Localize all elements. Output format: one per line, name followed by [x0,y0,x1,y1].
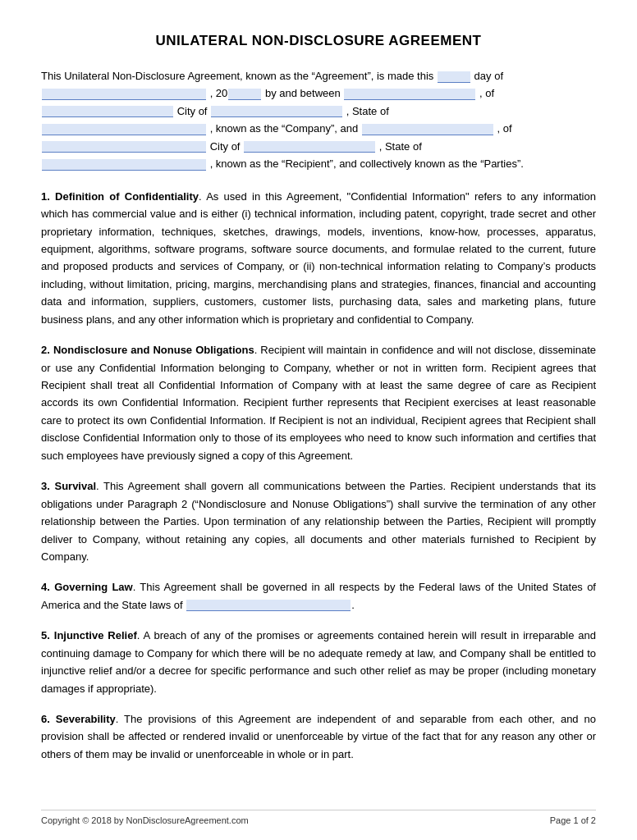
section-2-title: Nondisclosure and Nonuse Obligations [53,344,254,356]
recipient-name-blank[interactable] [362,124,493,135]
section-1-number: 1. [41,190,55,203]
section-6: 6. Severability. The provisions of this … [41,710,596,763]
section-2: 2. Nondisclosure and Nonuse Obligations.… [41,341,596,464]
section-1-body: . As used in this Agreement, "Confidenti… [41,190,596,326]
section-3-body: . This Agreement shall govern all commun… [41,480,596,563]
section-2-body: . Recipient will maintain in confidence … [41,344,596,462]
intro-paragraph: This Unilateral Non-Disclosure Agreement… [41,67,596,173]
section-4: 4. Governing Law. This Agreement shall b… [41,578,596,614]
section-1: 1. Definition of Confidentiality. As use… [41,188,596,329]
section-4-title: Governing Law [54,581,133,593]
company-city2-blank[interactable] [211,106,342,117]
footer-page: Page 1 of 2 [550,815,596,825]
of2-text: , of [497,122,512,135]
footer-copyright: Copyright © 2018 by NonDisclosureAgreeme… [41,815,249,825]
section-6-number: 6. [41,713,56,725]
section-3-title: Survival [54,480,96,492]
section-6-body: . The provisions of this Agreement are i… [41,713,596,760]
company-state-blank[interactable] [42,124,206,135]
section-2-number: 2. [41,344,53,356]
company-name-blank[interactable] [344,89,475,100]
city-of-1-label: City of [177,105,208,117]
document-page: UNILATERAL NON-DISCLOSURE AGREEMENT This… [0,0,637,840]
year-blank[interactable] [228,89,261,100]
section-6-title: Severability [56,713,116,725]
governing-state-blank[interactable] [186,600,351,611]
state-of1: , State of [346,105,389,117]
recipient-city-blank[interactable] [244,141,375,153]
known-as-company: , known as the “Company”, and [210,122,359,135]
document-title: UNILATERAL NON-DISCLOSURE AGREEMENT [41,33,596,49]
known-as-recipient: , known as the “Recipient”, and collecti… [210,158,524,170]
intro-text-1: This Unilateral Non-Disclosure Agreement… [41,70,433,82]
by-and-between: by and between [265,87,341,99]
section-5-title: Injunctive Relief [54,629,137,641]
section-4-number: 4. [41,581,54,593]
city-of-2-label: City of [210,140,241,153]
state-of2: , State of [379,140,422,153]
party1-name-blank[interactable] [42,89,206,100]
year-prefix: , 20 [210,87,228,99]
section-5-number: 5. [41,629,54,641]
section-3: 3. Survival. This Agreement shall govern… [41,477,596,565]
section-3-number: 3. [41,480,54,492]
day-blank[interactable] [438,71,470,83]
recipient-state-blank[interactable] [42,159,206,171]
day-text: day of [474,70,503,82]
section-1-title: Definition of Confidentiality [55,190,199,203]
company-city-blank[interactable] [42,106,173,117]
document-footer: Copyright © 2018 by NonDisclosureAgreeme… [41,810,596,825]
of1-text: , of [479,87,494,99]
recipient-addr-blank[interactable] [42,141,206,153]
section-5: 5. Injunctive Relief. A breach of any of… [41,627,596,697]
